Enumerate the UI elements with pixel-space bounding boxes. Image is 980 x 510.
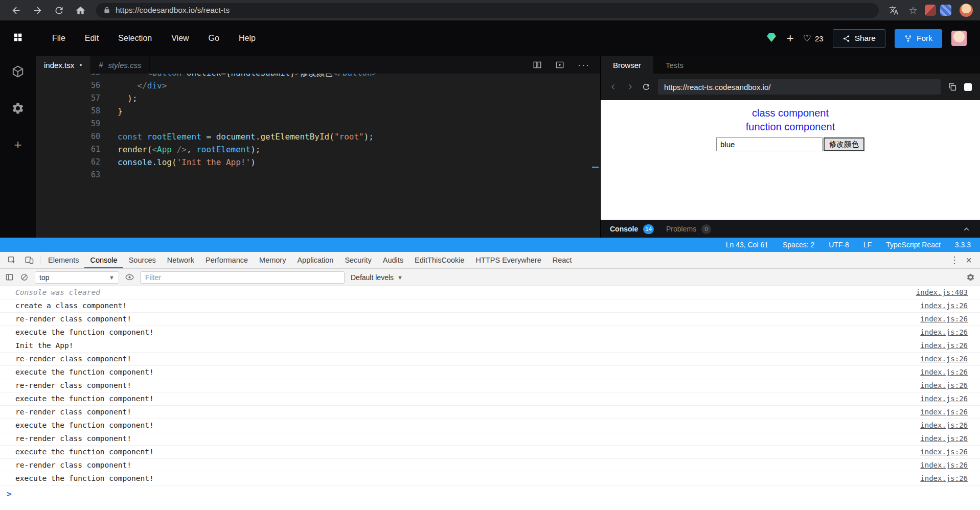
code-line[interactable]: 60const rootElement = document.getElemen…	[36, 130, 600, 143]
console-source-link[interactable]: index.js:26	[920, 434, 968, 443]
console-source-link[interactable]: index.js:26	[920, 381, 968, 390]
home-icon[interactable]	[72, 2, 89, 19]
statusbar-item[interactable]: UTF-8	[829, 241, 849, 249]
statusbar-item[interactable]: LF	[863, 241, 872, 249]
devtools-tab-react[interactable]: React	[547, 252, 578, 268]
console-source-link[interactable]: index.js:26	[920, 368, 968, 377]
devtools-tab-audits[interactable]: Audits	[377, 252, 409, 268]
devtools-tab-performance[interactable]: Performance	[200, 252, 254, 268]
live-expression-eye-icon[interactable]	[125, 273, 134, 282]
console-source-link[interactable]: index.js:26	[920, 395, 968, 403]
console-source-link[interactable]: index.js:26	[920, 408, 968, 416]
split-editor-icon[interactable]	[533, 60, 542, 69]
devtools-tab-network[interactable]: Network	[162, 252, 200, 268]
code-line[interactable]: 56 </div>	[36, 79, 600, 92]
console-settings-icon[interactable]	[966, 273, 975, 282]
filter-input[interactable]	[140, 271, 345, 284]
console-source-link[interactable]: index.js:403	[916, 288, 968, 297]
translate-icon[interactable]	[886, 3, 901, 18]
code-line[interactable]: 61render(<App />, rootElement);	[36, 143, 600, 156]
open-preview-icon[interactable]	[555, 60, 564, 69]
devtools-tab-console[interactable]: Console	[84, 252, 123, 268]
preview-tab-tests[interactable]: Tests	[653, 56, 696, 74]
code-line[interactable]: 58}	[36, 105, 600, 118]
forward-icon[interactable]	[29, 2, 46, 19]
fork-button[interactable]: Fork	[895, 29, 942, 48]
menu-file[interactable]: File	[52, 34, 65, 43]
preview-refresh-icon[interactable]	[642, 82, 651, 91]
apps-grid-icon[interactable]	[0, 32, 36, 45]
console-source-link[interactable]: index.js:26	[920, 302, 968, 310]
browser-profile-avatar[interactable]	[960, 4, 973, 17]
code-editor[interactable]: 55 <button onClick={handleSubmit}>修改颜色</…	[36, 74, 600, 238]
clear-console-icon[interactable]	[20, 273, 29, 282]
devtools-tab-editthiscookie[interactable]: EditThisCookie	[409, 252, 470, 268]
patron-gem-icon[interactable]	[765, 31, 778, 45]
console-prompt[interactable]: >	[0, 485, 980, 499]
editor-tab-index-tsx[interactable]: index.tsx ●	[36, 56, 91, 74]
extension-icon-1[interactable]	[925, 5, 936, 16]
console-source-link[interactable]: index.js:26	[920, 328, 968, 337]
statusbar-item[interactable]: TypeScript React	[886, 241, 941, 249]
menu-selection[interactable]: Selection	[118, 34, 152, 43]
statusbar-item[interactable]: 3.3.3	[955, 241, 971, 249]
inspect-element-icon[interactable]	[3, 252, 20, 268]
code-line[interactable]: 55 <button onClick={handleSubmit}>修改颜色</…	[36, 74, 600, 79]
problems-tab[interactable]: Problems	[666, 225, 696, 233]
devtools-tab-memory[interactable]: Memory	[254, 252, 291, 268]
context-selector[interactable]: top ▼	[35, 271, 119, 284]
more-actions-icon[interactable]: ···	[578, 60, 590, 69]
devtools-tab-security[interactable]: Security	[339, 252, 377, 268]
devtools-tab-https-everywhere[interactable]: HTTPS Everywhere	[470, 252, 547, 268]
preview-tab-browser[interactable]: Browser	[601, 56, 653, 74]
statusbar-item[interactable]: Ln 43, Col 61	[726, 241, 768, 249]
code-line[interactable]: 63	[36, 169, 600, 181]
back-icon[interactable]	[7, 2, 25, 19]
extension-icon-2[interactable]	[940, 5, 951, 16]
statusbar-item[interactable]: Spaces: 2	[783, 241, 814, 249]
console-sidebar-icon[interactable]	[5, 273, 14, 282]
color-input[interactable]	[716, 137, 823, 151]
code-line[interactable]: 57 );	[36, 92, 600, 105]
responsive-mode-icon[interactable]	[964, 83, 972, 91]
sandbox-cube-icon[interactable]	[11, 64, 25, 79]
console-source-link[interactable]: index.js:26	[920, 421, 968, 430]
rail-plus-icon[interactable]: +	[14, 138, 21, 151]
preview-back-icon[interactable]	[609, 82, 618, 91]
console-source-link[interactable]: index.js:26	[920, 315, 968, 323]
code-line[interactable]: 62console.log('Init the App!')	[36, 156, 600, 169]
refresh-icon[interactable]	[50, 2, 67, 19]
preview-url-field[interactable]: https://react-ts.codesandbox.io/	[658, 79, 941, 95]
menu-view[interactable]: View	[171, 34, 189, 43]
log-levels-dropdown[interactable]: Default levels ▼	[351, 273, 403, 282]
settings-gear-icon[interactable]	[11, 101, 25, 115]
change-color-button[interactable]: 修改颜色	[824, 137, 864, 151]
console-source-link[interactable]: index.js:26	[920, 448, 968, 456]
collapse-console-icon[interactable]	[962, 225, 971, 234]
user-avatar[interactable]	[951, 31, 967, 46]
devtools-tab-sources[interactable]: Sources	[123, 252, 162, 268]
new-sandbox-plus-icon[interactable]: +	[787, 32, 794, 44]
device-toolbar-icon[interactable]	[20, 252, 38, 268]
editor-tab-styles-css[interactable]: # styles.css	[91, 56, 150, 74]
console-tab[interactable]: Console	[610, 225, 638, 233]
console-source-link[interactable]: index.js:26	[920, 341, 968, 350]
like-button[interactable]: ♡ 23	[803, 33, 824, 44]
console-source-link[interactable]: index.js:26	[920, 355, 968, 363]
devtools-tab-application[interactable]: Application	[291, 252, 339, 268]
share-button[interactable]: Share	[833, 29, 885, 48]
devtools-close-icon[interactable]: ×	[962, 254, 976, 266]
console-source-link[interactable]: index.js:26	[920, 474, 968, 483]
console-source-link[interactable]: index.js:26	[920, 461, 968, 470]
devtools-tab-elements[interactable]: Elements	[42, 252, 84, 268]
code-line[interactable]: 59	[36, 118, 600, 130]
bookmark-star-icon[interactable]: ☆	[905, 3, 921, 18]
modified-dot-icon[interactable]: ●	[79, 62, 82, 67]
devtools-menu-icon[interactable]: ⋮	[947, 254, 962, 266]
menu-go[interactable]: Go	[209, 34, 219, 43]
open-in-new-window-icon[interactable]	[948, 82, 957, 91]
lock-icon[interactable]	[103, 7, 110, 14]
menu-help[interactable]: Help	[239, 34, 256, 43]
address-bar[interactable]: https://codesandbox.io/s/react-ts	[96, 3, 879, 18]
menu-edit[interactable]: Edit	[85, 34, 99, 43]
